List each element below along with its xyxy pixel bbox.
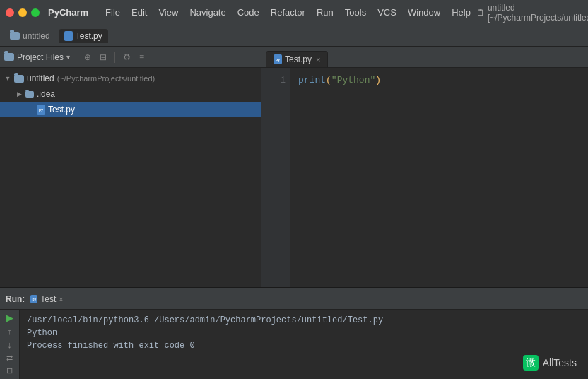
- watermark: 微 AllTests: [523, 355, 577, 371]
- run-tab-icon: [30, 295, 37, 303]
- folder-icon: [14, 75, 24, 83]
- menu-bar: PyCharm File Edit View Navigate Code Ref…: [48, 4, 476, 21]
- tree-item-path: (~/PycharmProjects/untitled): [57, 74, 155, 83]
- tab-file-label: Test.py: [76, 31, 102, 41]
- tree-row-selected[interactable]: Test.py: [0, 102, 261, 117]
- title-icon: 🗒: [476, 8, 485, 18]
- run-output-line: Process finished with exit code 0: [27, 339, 581, 352]
- expand-arrow-icon: ▶: [16, 91, 23, 98]
- menu-view[interactable]: View: [153, 4, 184, 21]
- close-button[interactable]: [6, 8, 14, 17]
- main-area: Project Files ▾ ⊕ ⊟ ⚙ ≡ ▼ untitled (~/Py…: [0, 47, 588, 287]
- run-tab-label[interactable]: Test: [40, 294, 56, 304]
- menu-help[interactable]: Help: [446, 4, 476, 21]
- wechat-icon: 微: [523, 355, 539, 371]
- line-number: 1: [261, 74, 286, 88]
- watermark-text: AllTests: [543, 357, 577, 368]
- tabs-row: untitled Test.py: [0, 25, 588, 47]
- menu-edit[interactable]: Edit: [126, 4, 153, 21]
- tree-row[interactable]: ▼ untitled (~/PycharmProjects/untitled): [0, 71, 261, 86]
- toolbar-separator-2: [114, 52, 115, 63]
- tree-item-name: Test.py: [48, 105, 75, 115]
- minimize-button[interactable]: [18, 8, 27, 17]
- toolbar-sync-btn[interactable]: ⊕: [82, 51, 93, 64]
- menu-vcs[interactable]: VCS: [372, 4, 402, 21]
- editor-tab-testpy[interactable]: Test.py ×: [266, 51, 328, 67]
- run-up-btn[interactable]: ↑: [3, 326, 17, 337]
- sidebar-toolbar: Project Files ▾ ⊕ ⊟ ⚙ ≡: [0, 47, 261, 68]
- tree-item-name: .idea: [37, 89, 55, 99]
- toolbar-collapse-btn[interactable]: ⊟: [98, 51, 109, 64]
- run-buttons: ▶ ↑ ↓ ⇄ ⊟: [0, 310, 20, 379]
- py-icon: [274, 54, 282, 64]
- line-numbers: 1: [261, 68, 290, 287]
- toolbar-gear-btn[interactable]: ⚙: [121, 51, 133, 64]
- run-panel: Run: Test × ▶ ↑ ↓ ⇄ ⊟ /usr/local/bin/pyt…: [0, 287, 588, 379]
- traffic-lights: [6, 8, 40, 17]
- run-output-line: /usr/local/bin/python3.6 /Users/admin/Py…: [27, 314, 581, 327]
- menu-tools[interactable]: Tools: [339, 4, 372, 21]
- folder-icon: [4, 53, 14, 61]
- title-path-text: untitled [~/PycharmProjects/untitled]: [488, 3, 588, 23]
- tree-item-name: untitled: [27, 74, 54, 83]
- run-output-line: Python: [27, 327, 581, 339]
- title-bar: PyCharm File Edit View Navigate Code Ref…: [0, 0, 588, 25]
- title-path: 🗒 untitled [~/PycharmProjects/untitled]: [476, 3, 588, 23]
- folder-icon: [10, 32, 20, 40]
- editor-tab-label: Test.py: [285, 54, 312, 64]
- toolbar-settings-btn[interactable]: ≡: [137, 51, 146, 64]
- tab-project[interactable]: untitled: [4, 29, 56, 43]
- tree-row[interactable]: ▶ .idea: [0, 86, 261, 102]
- menu-refactor[interactable]: Refactor: [265, 4, 311, 21]
- sidebar: Project Files ▾ ⊕ ⊟ ⚙ ≡ ▼ untitled (~/Py…: [0, 47, 261, 287]
- menu-run[interactable]: Run: [311, 4, 339, 21]
- py-icon: [64, 31, 73, 41]
- toolbar-separator: [76, 52, 76, 63]
- run-play-btn[interactable]: ▶: [3, 313, 17, 323]
- toolbar-label-text: Project Files: [17, 52, 64, 62]
- app-name: PyCharm: [48, 7, 88, 18]
- run-down-btn[interactable]: ↓: [3, 339, 17, 350]
- run-label: Run:: [6, 294, 25, 304]
- py-file-icon: [37, 105, 45, 115]
- editor-area: Test.py × 1 print("Python"): [261, 47, 588, 287]
- editor-tabs: Test.py ×: [261, 47, 588, 68]
- expand-arrow-icon: ▼: [4, 75, 11, 82]
- menu-window[interactable]: Window: [402, 4, 446, 21]
- project-tree: ▼ untitled (~/PycharmProjects/untitled) …: [0, 68, 261, 120]
- code-area[interactable]: print("Python"): [290, 68, 588, 287]
- project-files-label: Project Files ▾: [4, 52, 70, 62]
- maximize-button[interactable]: [31, 8, 40, 17]
- run-sidebar: ▶ ↑ ↓ ⇄ ⊟ /usr/local/bin/python3.6 /User…: [0, 310, 588, 379]
- run-stop-btn[interactable]: ⊟: [3, 366, 17, 377]
- run-tab-close-btn[interactable]: ×: [59, 295, 63, 303]
- run-toolbar: Run: Test ×: [0, 288, 588, 310]
- menu-code[interactable]: Code: [232, 4, 265, 21]
- menu-file[interactable]: File: [100, 4, 126, 21]
- editor-tab-close-btn[interactable]: ×: [316, 55, 320, 64]
- tab-file[interactable]: Test.py: [59, 29, 108, 43]
- editor-content: 1 print("Python"): [261, 68, 588, 287]
- folder-icon: [25, 91, 34, 98]
- run-output: /usr/local/bin/python3.6 /Users/admin/Py…: [20, 310, 588, 379]
- menu-navigate[interactable]: Navigate: [184, 4, 231, 21]
- tab-project-label: untitled: [23, 31, 50, 41]
- run-label-text: Run:: [6, 294, 25, 304]
- run-rerun-btn[interactable]: ⇄: [3, 353, 17, 363]
- chevron-down-icon[interactable]: ▾: [66, 53, 70, 61]
